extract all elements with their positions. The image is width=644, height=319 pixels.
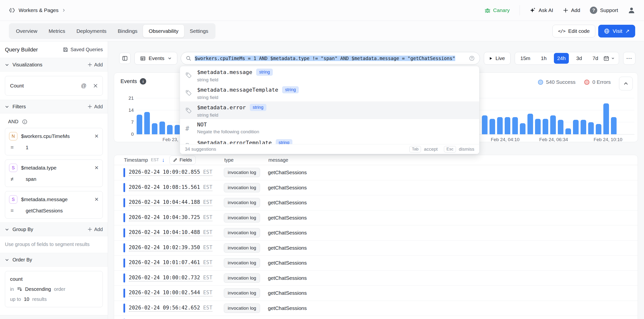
canary-badge[interactable]: Canary (484, 7, 510, 14)
group-by-section-header[interactable]: Group By Add (0, 222, 108, 236)
filter-card[interactable]: S $metadata.type ✕ ≠ span (5, 160, 103, 187)
chart-bar[interactable] (573, 120, 578, 135)
table-row[interactable]: 2026-02-24 10:00:02.544 EST invocation l… (114, 286, 638, 301)
row-message[interactable]: getChatSessions (268, 260, 638, 266)
table-row[interactable]: 2026-02-24 10:02:39.350 EST invocation l… (114, 241, 638, 256)
chart-bar[interactable] (566, 128, 571, 135)
chart-bar[interactable] (580, 120, 586, 135)
visualization-card-count[interactable]: Count @ (5, 76, 103, 96)
row-type-badge[interactable]: invocation log (224, 183, 260, 192)
row-message[interactable]: getChatSessions (268, 185, 638, 191)
row-timestamp[interactable]: 2026-02-24 10:04:10.488 EST (129, 229, 212, 236)
range-24h[interactable]: 24h (554, 53, 569, 64)
chart-bar[interactable] (497, 117, 503, 134)
filter-operator[interactable]: ≠ (10, 176, 19, 182)
sort-arrow-icon[interactable]: ↓ (162, 157, 164, 163)
collapse-chart-button[interactable] (619, 77, 633, 90)
row-type-badge[interactable]: invocation log (224, 288, 260, 298)
row-message[interactable]: getChatSessions (268, 305, 638, 311)
query-text-selected[interactable]: $workers.cpuTimeMs = 1 AND $metadata.typ… (195, 56, 455, 61)
chart-bar[interactable] (543, 119, 548, 134)
chart-bar[interactable] (167, 125, 173, 135)
visualizations-add-button[interactable]: Add (88, 62, 103, 68)
range-15m[interactable]: 15m (517, 53, 534, 64)
range-3d[interactable]: 3d (573, 53, 585, 64)
visualizations-section-header[interactable]: Visualizations Add (0, 58, 108, 72)
table-row[interactable]: 2026-02-24 09:56:42.652 EST invocation l… (114, 301, 638, 316)
row-message[interactable]: getChatSessions (268, 170, 638, 175)
remove-filter-icon[interactable]: ✕ (94, 133, 99, 139)
table-row[interactable]: 2026-02-24 10:00:02.732 EST invocation l… (114, 271, 638, 286)
breadcrumb[interactable]: Workers & Pages (9, 7, 66, 13)
row-message[interactable]: getChatSessions (268, 230, 638, 236)
chart-bar[interactable] (482, 115, 488, 134)
at-icon[interactable]: @ (81, 83, 86, 89)
table-row[interactable]: 2026-02-24 10:04:44.188 EST invocation l… (114, 195, 638, 210)
range-7d[interactable]: 7d (590, 53, 602, 64)
filter-operator[interactable]: = (10, 144, 19, 151)
table-row[interactable]: 2026-02-24 10:04:10.488 EST invocation l… (114, 225, 638, 241)
message-column-header[interactable]: message (268, 157, 638, 163)
chart-bar[interactable] (603, 103, 609, 134)
row-type-badge[interactable]: invocation log (224, 273, 260, 283)
tab-metrics[interactable]: Metrics (43, 25, 71, 38)
query-help-icon[interactable] (469, 55, 475, 61)
add-button[interactable]: Add (563, 7, 580, 13)
row-timestamp[interactable]: 2026-02-24 10:01:07.461 EST (129, 259, 212, 266)
row-timestamp[interactable]: 2026-02-24 10:00:02.732 EST (129, 275, 212, 281)
group-by-add-button[interactable]: Add (88, 227, 103, 232)
tab-settings[interactable]: Settings (184, 25, 214, 38)
timestamp-column-header[interactable]: Timestamp (124, 157, 148, 163)
chart-bar[interactable] (528, 114, 533, 134)
tab-bindings[interactable]: Bindings (112, 25, 143, 38)
row-type-badge[interactable]: invocation log (224, 168, 260, 177)
collapse-sidebar-button[interactable] (119, 53, 130, 64)
remove-filter-icon[interactable]: ✕ (94, 165, 99, 171)
row-type-badge[interactable]: invocation log (224, 303, 260, 313)
remove-filter-icon[interactable]: ✕ (94, 196, 99, 202)
custom-range-button[interactable] (602, 55, 616, 61)
filters-add-button[interactable]: Add (88, 104, 103, 110)
visit-button[interactable]: Visit ↗ (598, 25, 635, 38)
chart-bar[interactable] (596, 124, 602, 134)
live-button[interactable]: Live (484, 52, 510, 65)
chart-bar[interactable] (152, 123, 158, 135)
range-1h[interactable]: 1h (538, 53, 550, 64)
chart-bar[interactable] (144, 112, 150, 134)
row-message[interactable]: getChatSessions (268, 245, 638, 251)
chart-bar[interactable] (490, 119, 495, 134)
chart-bar[interactable] (611, 117, 616, 134)
filter-card[interactable]: S $metadata.message ✕ = getChatSessions (5, 191, 103, 219)
filter-field-name[interactable]: $metadata.type (21, 165, 56, 171)
saved-queries-button[interactable]: Saved Queries (63, 47, 103, 53)
info-icon[interactable]: i (140, 78, 146, 85)
suggestion-item[interactable]: # $metadata.message string string field (180, 66, 479, 84)
table-row[interactable] (114, 316, 638, 319)
filter-field-name[interactable]: $metadata.message (21, 196, 68, 202)
filters-section-header[interactable]: Filters Add (0, 100, 108, 113)
chart-bar[interactable] (512, 117, 518, 134)
ask-ai-button[interactable]: Ask AI (530, 7, 554, 14)
filter-card[interactable]: N $workers.cpuTimeMs ✕ = 1 (5, 128, 103, 155)
row-type-badge[interactable]: invocation log (224, 213, 260, 222)
suggestion-item[interactable]: # $metadata.messageTemplate string strin… (180, 84, 479, 101)
chart-bar[interactable] (160, 122, 165, 135)
row-timestamp[interactable]: 2026-02-24 10:00:02.544 EST (129, 289, 212, 296)
chart-bar[interactable] (174, 125, 180, 135)
breadcrumb-label[interactable]: Workers & Pages (18, 7, 58, 13)
filter-value[interactable]: span (26, 176, 36, 182)
chart-bar[interactable] (505, 117, 510, 134)
more-options-button[interactable]: ⋯ (623, 52, 636, 65)
suggestion-item[interactable]: # $metadata.error string string field (180, 101, 479, 119)
tab-overview[interactable]: Overview (10, 25, 43, 38)
avatar-icon[interactable] (628, 7, 635, 14)
chart-bar[interactable] (137, 115, 142, 135)
row-message[interactable]: getChatSessions (268, 200, 638, 206)
order-limit-value[interactable]: 10 (24, 296, 29, 302)
filter-value[interactable]: 1 (26, 145, 28, 150)
dataset-selector[interactable]: Events (134, 52, 177, 65)
row-timestamp[interactable]: 2026-02-24 10:04:30.725 EST (129, 214, 212, 221)
row-type-badge[interactable]: invocation log (224, 243, 260, 253)
fields-button[interactable]: Fields (170, 156, 196, 164)
tab-deployments[interactable]: Deployments (71, 25, 112, 38)
